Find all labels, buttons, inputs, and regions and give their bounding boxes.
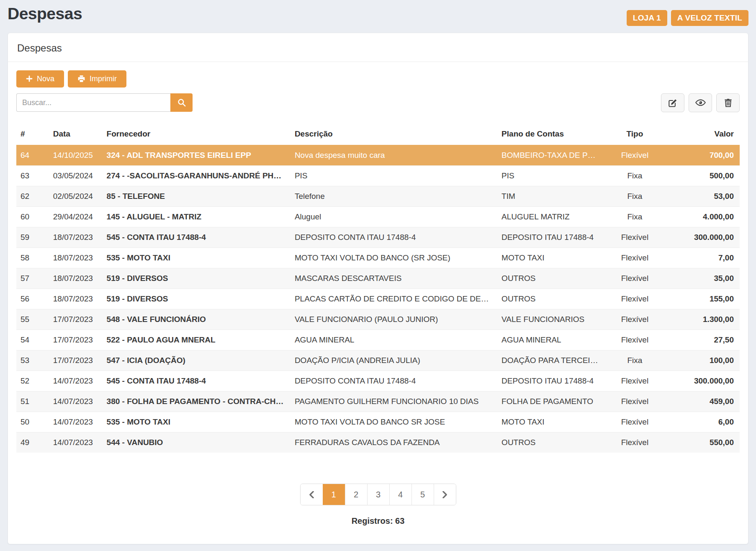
cell-supplier: 145 - ALUGUEL - MATRIZ [103,206,291,227]
cell-desc: DEPOSITO CONTA ITAU 17488-4 [291,371,497,391]
pagination-next-button[interactable] [434,484,456,505]
cell-value: 27,50 [667,330,740,350]
cell-type: Flexível [602,391,668,412]
cell-num: 52 [16,371,49,391]
nova-button[interactable]: Nova [16,70,64,88]
cell-type: Flexível [602,247,668,268]
view-button[interactable] [689,93,712,112]
cell-supplier: 519 - DIVERSOS [103,288,291,309]
page-button-4[interactable]: 4 [389,484,411,505]
cell-plan: PIS [497,165,602,186]
store-badge-company[interactable]: A VELOZ TEXTIL [671,10,748,26]
cell-supplier: 545 - CONTA ITAU 17488-4 [103,371,291,391]
column-header-descricao: Descrição [291,123,497,145]
page-button-3[interactable]: 3 [367,484,389,505]
cell-value: 459,00 [667,391,740,412]
cell-value: 300.000,00 [667,227,740,247]
cell-date: 17/07/2023 [49,330,103,350]
table-row[interactable]: 5517/07/2023548 - VALE FUNCIONÁRIOVALE F… [16,309,740,330]
cell-num: 57 [16,268,49,288]
cell-num: 64 [16,145,49,165]
table-row[interactable]: 6414/10/2025324 - ADL TRANSPORTES EIRELI… [16,145,740,165]
page-button-5[interactable]: 5 [411,484,434,505]
cell-plan: OUTROS [497,268,602,288]
cell-supplier: 274 - -SACOLITAS-GARANHUNS-ANDRÉ PH… [103,165,291,186]
column-header-plano: Plano de Contas [497,123,602,145]
cell-date: 18/07/2023 [49,268,103,288]
card-body: Nova Imprimir [8,62,748,538]
table-row[interactable]: 5214/07/2023545 - CONTA ITAU 17488-4DEPO… [16,371,740,391]
cell-supplier: 324 - ADL TRANSPORTES EIRELI EPP [103,145,291,165]
cell-value: 700,00 [667,145,740,165]
cell-num: 51 [16,391,49,412]
imprimir-button[interactable]: Imprimir [68,70,126,88]
column-header-fornecedor: Fornecedor [103,123,291,145]
cell-desc: Telefone [291,186,497,206]
table-row[interactable]: 6029/04/2024145 - ALUGUEL - MATRIZAlugue… [16,206,740,227]
cell-type: Flexível [602,330,668,350]
page-button-1[interactable]: 1 [323,484,345,505]
pagination-prev-button[interactable] [301,484,323,505]
table-row[interactable]: 6303/05/2024274 - -SACOLITAS-GARANHUNS-A… [16,165,740,186]
cell-supplier: 548 - VALE FUNCIONÁRIO [103,309,291,330]
cell-type: Flexível [602,268,668,288]
cell-type: Flexível [602,371,668,391]
cell-value: 7,00 [667,247,740,268]
table-row[interactable]: 4914/07/2023544 - VANUBIOFERRADURAS CAVA… [16,432,740,453]
cell-desc: Aluguel [291,206,497,227]
cell-desc: MOTO TAXI VOLTA DO BANCO (SR JOSE) [291,247,497,268]
cell-num: 59 [16,227,49,247]
cell-date: 03/05/2024 [49,165,103,186]
table-row[interactable]: 5114/07/2023380 - FOLHA DE PAGAMENTO - C… [16,391,740,412]
cell-type: Fixa [602,350,668,371]
cell-type: Flexível [602,288,668,309]
table-row[interactable]: 5718/07/2023519 - DIVERSOSMASCARAS DESCA… [16,268,740,288]
column-header-valor: Valor [667,123,740,145]
page-button-2[interactable]: 2 [345,484,367,505]
column-header-data: Data [49,123,103,145]
pagination-group: 12345 [300,484,456,505]
table-row[interactable]: 5918/07/2023545 - CONTA ITAU 17488-4DEPO… [16,227,740,247]
delete-button[interactable] [716,93,740,112]
store-badge-loja1[interactable]: LOJA 1 [627,10,667,26]
search-input[interactable] [16,93,170,112]
cell-date: 14/07/2023 [49,371,103,391]
cell-value: 4.000,00 [667,206,740,227]
cell-date: 18/07/2023 [49,288,103,309]
edit-button[interactable] [661,93,684,112]
cell-desc: DEPOSITO CONTA ITAU 17488-4 [291,227,497,247]
cell-num: 62 [16,186,49,206]
cell-date: 02/05/2024 [49,186,103,206]
table-row[interactable]: 6202/05/202485 - TELEFONETelefoneTIMFixa… [16,186,740,206]
table-row[interactable]: 5014/07/2023535 - MOTO TAXIMOTO TAXI VOL… [16,412,740,432]
expenses-table-body: 6414/10/2025324 - ADL TRANSPORTES EIRELI… [16,145,740,453]
cell-type: Flexível [602,145,668,165]
search-button[interactable] [170,93,193,112]
cell-value: 500,00 [667,165,740,186]
cell-type: Fixa [602,206,668,227]
table-row[interactable]: 5417/07/2023522 - PAULO AGUA MNERALAGUA … [16,330,740,350]
cell-type: Fixa [602,186,668,206]
cell-supplier: 380 - FOLHA DE PAGAMENTO - CONTRA-CH… [103,391,291,412]
cell-plan: OUTROS [497,432,602,453]
cell-value: 550,00 [667,432,740,453]
table-row[interactable]: 5818/07/2023535 - MOTO TAXIMOTO TAXI VOL… [16,247,740,268]
cell-num: 49 [16,432,49,453]
cell-desc: VALE FUNCIONARIO (PAULO JUNIOR) [291,309,497,330]
cell-date: 18/07/2023 [49,247,103,268]
cell-num: 60 [16,206,49,227]
table-row[interactable]: 5317/07/2023547 - ICIA (DOAÇÃO)DOAÇÃO P/… [16,350,740,371]
cell-value: 53,00 [667,186,740,206]
cell-num: 56 [16,288,49,309]
row-actions [661,93,740,112]
trash-icon [724,98,732,107]
cell-num: 55 [16,309,49,330]
pagination: 12345 [16,484,740,505]
cell-value: 155,00 [667,288,740,309]
cell-desc: AGUA MINERAL [291,330,497,350]
eye-icon [695,99,706,106]
cell-plan: FOLHA DE PAGAMENTO [497,391,602,412]
controls-row [16,93,740,112]
cell-supplier: 547 - ICIA (DOAÇÃO) [103,350,291,371]
table-row[interactable]: 5618/07/2023519 - DIVERSOSPLACAS CARTÃO … [16,288,740,309]
